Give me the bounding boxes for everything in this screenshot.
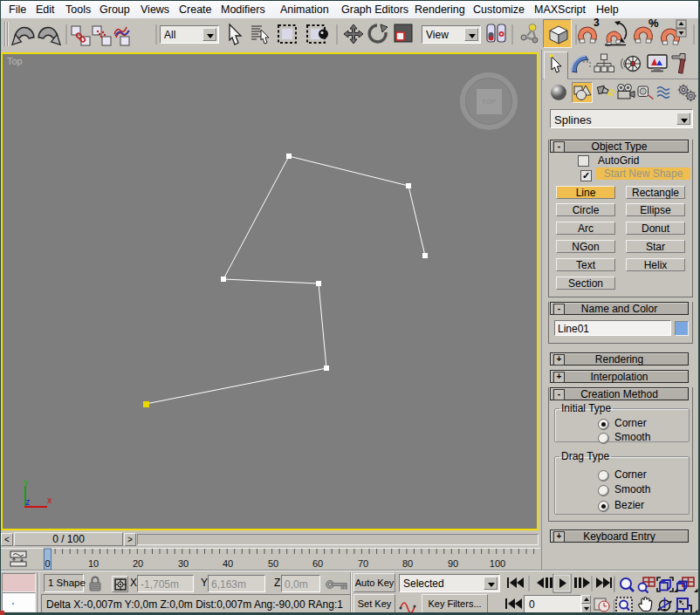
svg-text:80: 80 (402, 558, 413, 569)
svg-text:z: z (25, 496, 31, 507)
svg-text:40: 40 (223, 558, 233, 569)
svg-text:x: x (47, 495, 52, 505)
svg-text:y: y (24, 476, 29, 487)
svg-text:%: % (649, 18, 659, 30)
svg-text:60: 60 (312, 558, 323, 569)
svg-text:10: 10 (88, 558, 99, 569)
svg-text:0: 0 (45, 558, 50, 569)
svg-text:TOP: TOP (482, 98, 496, 106)
svg-text:30: 30 (178, 558, 189, 569)
svg-text:20: 20 (133, 558, 143, 569)
svg-text:70: 70 (358, 558, 368, 569)
svg-text:90: 90 (448, 558, 458, 569)
svg-text:50: 50 (268, 558, 278, 569)
svg-text:100: 100 (490, 558, 505, 569)
svg-text:3: 3 (594, 18, 600, 29)
